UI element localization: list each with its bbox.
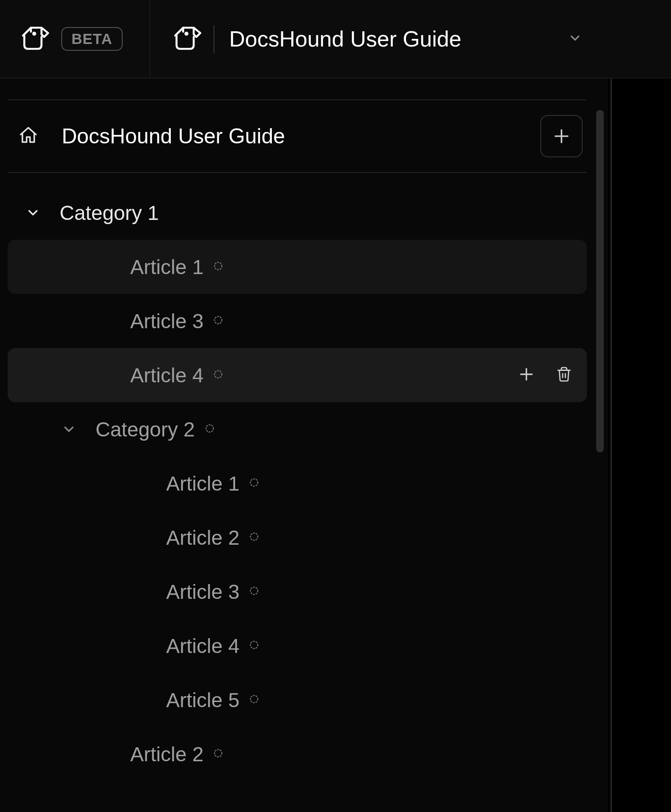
category-label: Category 1 — [60, 201, 159, 225]
vertical-separator — [214, 25, 214, 53]
article-label: Article 3 — [130, 310, 203, 333]
svg-point-13 — [251, 533, 258, 540]
article-label: Article 3 — [166, 580, 239, 604]
row-actions — [518, 366, 572, 384]
scrollbar-thumb[interactable] — [596, 110, 604, 453]
navigation-tree: Category 1Article 1Article 3Article 4Cat… — [8, 173, 587, 781]
delete-button[interactable] — [556, 366, 572, 384]
article-label: Article 4 — [166, 634, 239, 658]
draft-indicator-icon — [204, 423, 215, 436]
dog-logo-icon — [19, 22, 51, 56]
draft-indicator-icon — [249, 477, 260, 490]
draft-indicator-icon — [249, 639, 260, 652]
tree-category-row[interactable]: Category 1 — [8, 186, 587, 240]
tree-article-row[interactable]: Article 1 — [8, 456, 587, 510]
page-title[interactable]: DocsHound User Guide — [62, 124, 517, 148]
article-label: Article 5 — [166, 689, 239, 712]
right-gutter — [608, 78, 671, 812]
svg-point-12 — [251, 479, 258, 486]
draft-indicator-icon — [249, 531, 260, 544]
svg-point-15 — [251, 641, 258, 648]
tree-article-row[interactable]: Article 2 — [8, 727, 587, 781]
tree-article-row[interactable]: Article 1 — [8, 240, 587, 294]
svg-point-11 — [206, 425, 213, 432]
scrollbar[interactable] — [596, 110, 604, 453]
svg-point-5 — [215, 316, 222, 324]
svg-point-0 — [33, 33, 36, 35]
svg-point-1 — [186, 33, 188, 35]
add-child-button[interactable] — [518, 366, 535, 384]
tree-article-row[interactable]: Article 3 — [8, 294, 587, 348]
tree-article-row[interactable]: Article 5 — [8, 673, 587, 727]
draft-indicator-icon — [249, 694, 260, 706]
beta-badge: BETA — [61, 27, 123, 51]
chevron-down-icon[interactable] — [58, 422, 79, 437]
page-title-row: DocsHound User Guide — [8, 100, 587, 172]
chevron-down-icon[interactable] — [22, 205, 44, 220]
add-button[interactable] — [540, 115, 583, 157]
category-label: Category 2 — [96, 418, 195, 441]
dog-logo-icon — [171, 22, 203, 56]
svg-point-16 — [251, 695, 258, 702]
chevron-down-icon[interactable] — [568, 31, 582, 47]
sidebar-panel: DocsHound User Guide Category 1Article 1… — [0, 78, 608, 812]
tree-article-row[interactable]: Article 4 — [8, 348, 587, 402]
home-icon[interactable] — [18, 125, 38, 147]
draft-indicator-icon — [249, 585, 260, 598]
svg-point-6 — [215, 370, 222, 378]
article-label: Article 2 — [166, 526, 239, 549]
topbar-project-section[interactable]: DocsHound User Guide — [150, 22, 671, 56]
article-label: Article 2 — [130, 743, 203, 766]
draft-indicator-icon — [213, 369, 224, 381]
tree-article-row[interactable]: Article 2 — [8, 510, 587, 565]
svg-point-4 — [215, 262, 222, 269]
svg-point-17 — [215, 749, 222, 757]
article-label: Article 4 — [130, 364, 203, 387]
project-title: DocsHound User Guide — [229, 26, 461, 52]
article-label: Article 1 — [130, 255, 203, 279]
tree-category-row[interactable]: Category 2 — [8, 402, 587, 456]
svg-point-14 — [251, 587, 258, 594]
draft-indicator-icon — [213, 261, 224, 273]
tree-article-row[interactable]: Article 3 — [8, 565, 587, 619]
draft-indicator-icon — [213, 315, 224, 327]
tree-article-row[interactable]: Article 4 — [8, 619, 587, 673]
draft-indicator-icon — [213, 748, 224, 760]
article-label: Article 1 — [166, 472, 239, 495]
